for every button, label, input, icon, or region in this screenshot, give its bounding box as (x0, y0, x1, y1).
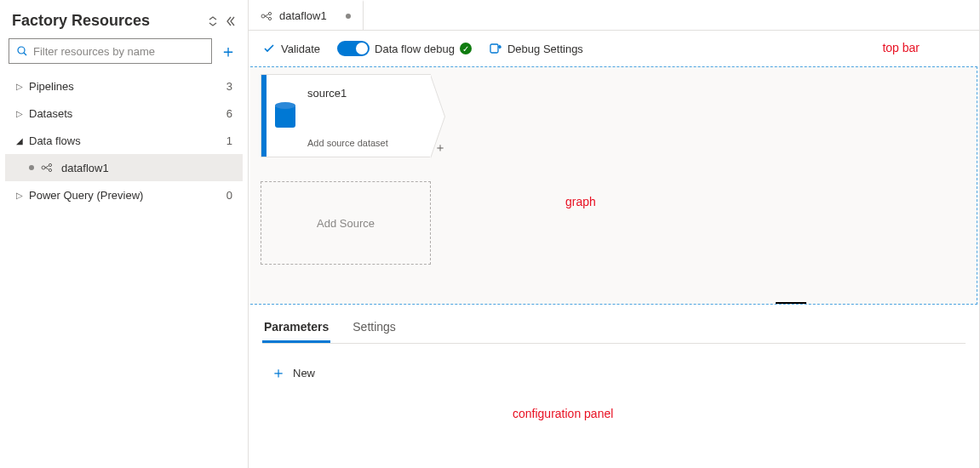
unsaved-dot-icon (29, 165, 34, 170)
tree-label: Power Query (Preview) (26, 189, 226, 202)
svg-point-7 (268, 17, 271, 20)
source-node-body: source1 Add source dataset (304, 75, 431, 157)
tree-label: dataflow1 (58, 162, 232, 174)
add-source-label: Add Source (317, 217, 375, 230)
svg-line-1 (24, 53, 26, 55)
status-ok-icon: ✓ (460, 43, 472, 54)
svg-point-3 (49, 163, 51, 166)
tree-label: Datasets (26, 107, 226, 120)
caret-down-icon: ◢ (14, 136, 26, 146)
new-label: New (293, 367, 315, 380)
new-parameter-button[interactable]: ＋ New (262, 362, 966, 383)
svg-point-0 (18, 47, 25, 54)
svg-rect-8 (490, 44, 498, 53)
filter-box[interactable] (9, 38, 212, 64)
config-tab-settings[interactable]: Settings (351, 311, 398, 343)
debug-settings-button[interactable]: Debug Settings (489, 42, 583, 55)
filter-row: ＋ (5, 38, 243, 71)
tree-count: 0 (226, 189, 232, 202)
caret-right-icon: ▷ (14, 191, 26, 200)
tree-item-pipelines[interactable]: ▷ Pipelines 3 (5, 72, 243, 100)
svg-point-6 (268, 12, 271, 14)
source-node-subtitle: Add source dataset (307, 138, 426, 148)
add-transformation-button[interactable]: ＋ (434, 140, 446, 156)
source-node-source1[interactable]: source1 Add source dataset (261, 74, 431, 157)
svg-point-4 (49, 168, 51, 171)
annotation-config-panel: configuration panel (513, 407, 613, 420)
filter-input[interactable] (33, 45, 204, 58)
debug-label: Data flow debug (375, 43, 455, 55)
sidebar-header: Factory Resources (5, 9, 243, 38)
tree-count: 3 (226, 80, 232, 93)
unsaved-dot-icon (346, 14, 351, 19)
dataflow-icon (261, 10, 272, 22)
validate-button[interactable]: Validate (262, 42, 320, 55)
editor-tab-dataflow1[interactable]: dataflow1 (249, 0, 364, 30)
configuration-panel: Parameters Settings ＋ New configuration … (249, 305, 979, 468)
svg-point-5 (261, 14, 265, 18)
caret-right-icon: ▷ (14, 82, 26, 91)
settings-icon (489, 42, 502, 55)
debug-settings-label: Debug Settings (507, 43, 583, 55)
tab-label: dataflow1 (279, 9, 327, 22)
plus-icon: ＋ (271, 362, 286, 383)
add-source-button[interactable]: Add Source (261, 181, 431, 265)
dataflow-icon (41, 162, 53, 174)
add-resource-button[interactable]: ＋ (217, 40, 239, 62)
database-icon (266, 75, 304, 157)
tree-item-dataflow1[interactable]: dataflow1 (5, 154, 243, 181)
config-tab-parameters[interactable]: Parameters (262, 311, 330, 343)
toggle-on-icon (337, 41, 370, 56)
validate-label: Validate (281, 43, 320, 55)
expand-all-icon[interactable] (207, 15, 219, 27)
tree-item-powerquery[interactable]: ▷ Power Query (Preview) 0 (5, 181, 243, 208)
svg-point-2 (42, 166, 45, 169)
dataflow-graph-canvas[interactable]: source1 Add source dataset ＋ Add Source … (250, 66, 977, 305)
source-node-title: source1 (307, 87, 426, 100)
annotation-graph: graph (565, 195, 596, 208)
factory-resources-sidebar: Factory Resources ＋ ▷ Pipelines 3 ▷ Data… (0, 0, 249, 468)
resource-tree: ▷ Pipelines 3 ▷ Datasets 6 ◢ Data flows … (5, 71, 243, 208)
tree-count: 6 (226, 107, 232, 120)
main-canvas: dataflow1 Validate Data flow debug ✓ Deb… (249, 0, 980, 468)
collapse-panel-icon[interactable] (224, 15, 236, 27)
annotation-top-bar: top bar (882, 41, 920, 54)
tree-count: 1 (226, 134, 232, 147)
search-icon (16, 45, 28, 57)
caret-right-icon: ▷ (14, 109, 26, 118)
debug-toggle[interactable]: Data flow debug ✓ (337, 41, 472, 56)
config-tab-bar: Parameters Settings (262, 311, 966, 344)
tree-item-datasets[interactable]: ▷ Datasets 6 (5, 100, 243, 127)
tree-label: Pipelines (26, 80, 226, 93)
sidebar-title: Factory Resources (12, 12, 150, 30)
tree-item-dataflows[interactable]: ◢ Data flows 1 (5, 127, 243, 154)
check-icon (262, 42, 276, 55)
editor-tab-bar: dataflow1 (249, 0, 979, 31)
dataflow-toolbar: Validate Data flow debug ✓ Debug Setting… (249, 31, 979, 66)
tree-label: Data flows (26, 134, 226, 147)
